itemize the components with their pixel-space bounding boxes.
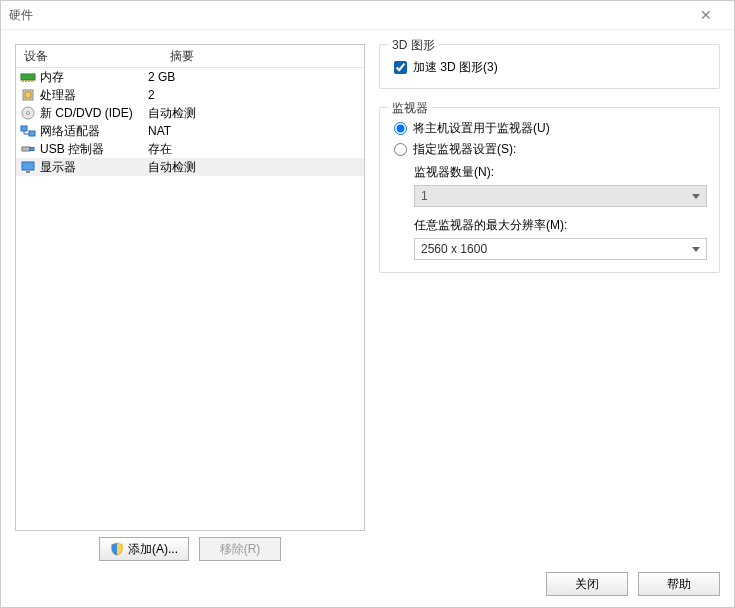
radio-use-host-label: 将主机设置用于监视器(U) <box>413 120 550 137</box>
device-summary: 存在 <box>146 140 364 159</box>
svg-rect-10 <box>29 131 35 136</box>
hardware-list-panel: 设备 摘要 内存2 GB处理器2新 CD/DVD (IDE)自动检测网络适配器N… <box>15 44 365 561</box>
svg-rect-0 <box>21 74 35 80</box>
cpu-icon <box>20 87 36 103</box>
max-resolution-value: 2560 x 1600 <box>421 242 487 256</box>
close-button-label: 关闭 <box>575 576 599 593</box>
device-name: 网络适配器 <box>40 123 100 140</box>
svg-rect-14 <box>26 171 30 173</box>
svg-point-8 <box>27 112 30 115</box>
max-resolution-select[interactable]: 2560 x 1600 <box>414 238 707 260</box>
disc-icon <box>20 105 36 121</box>
svg-rect-6 <box>25 92 31 98</box>
device-summary: 2 GB <box>146 69 364 85</box>
list-buttons: 添加(A)... 移除(R) <box>15 531 365 561</box>
monitor-count-select[interactable]: 1 <box>414 185 707 207</box>
hardware-list[interactable]: 设备 摘要 内存2 GB处理器2新 CD/DVD (IDE)自动检测网络适配器N… <box>15 44 365 531</box>
dialog-footer: 关闭 帮助 <box>1 561 734 607</box>
svg-rect-9 <box>21 126 27 131</box>
svg-rect-1 <box>22 80 24 82</box>
close-icon[interactable]: ✕ <box>686 7 726 23</box>
device-cell: 新 CD/DVD (IDE) <box>16 104 146 123</box>
device-summary: 自动检测 <box>146 104 364 123</box>
help-button[interactable]: 帮助 <box>638 572 720 596</box>
device-name: 新 CD/DVD (IDE) <box>40 105 133 122</box>
list-header: 设备 摘要 <box>16 45 364 68</box>
dialog-body: 设备 摘要 内存2 GB处理器2新 CD/DVD (IDE)自动检测网络适配器N… <box>1 30 734 561</box>
memory-icon <box>20 69 36 85</box>
table-row[interactable]: 新 CD/DVD (IDE)自动检测 <box>16 104 364 122</box>
device-cell: 内存 <box>16 68 146 87</box>
device-cell: 网络适配器 <box>16 122 146 141</box>
settings-panel: 3D 图形 加速 3D 图形(3) 监视器 将主机设置用于监视器(U) 指定监视… <box>379 44 720 561</box>
header-summary: 摘要 <box>162 45 364 67</box>
usb-icon <box>20 141 36 157</box>
table-row[interactable]: 处理器2 <box>16 86 364 104</box>
add-button[interactable]: 添加(A)... <box>99 537 189 561</box>
group-monitor-title: 监视器 <box>388 100 432 117</box>
device-summary: 自动检测 <box>146 158 364 177</box>
display-icon <box>20 159 36 175</box>
device-name: 处理器 <box>40 87 76 104</box>
list-rows: 内存2 GB处理器2新 CD/DVD (IDE)自动检测网络适配器NATUSB … <box>16 68 364 530</box>
monitor-count-label: 监视器数量(N): <box>414 164 707 181</box>
svg-rect-12 <box>30 148 34 151</box>
table-row[interactable]: 显示器自动检测 <box>16 158 364 176</box>
monitor-count-value: 1 <box>421 189 428 203</box>
device-summary: NAT <box>146 123 364 139</box>
radio-specify-row[interactable]: 指定监视器设置(S): <box>392 139 707 160</box>
svg-rect-4 <box>31 80 33 82</box>
device-name: 显示器 <box>40 159 76 176</box>
monitor-sub-settings: 监视器数量(N): 1 任意监视器的最大分辨率(M): 2560 x 1600 <box>392 164 707 260</box>
table-row[interactable]: 内存2 GB <box>16 68 364 86</box>
group-monitor: 监视器 将主机设置用于监视器(U) 指定监视器设置(S): 监视器数量(N): … <box>379 107 720 273</box>
device-cell: 处理器 <box>16 86 146 105</box>
svg-rect-13 <box>22 162 34 170</box>
radio-use-host-row[interactable]: 将主机设置用于监视器(U) <box>392 118 707 139</box>
device-cell: 显示器 <box>16 158 146 177</box>
shield-icon <box>110 542 124 556</box>
radio-specify[interactable] <box>394 143 407 156</box>
table-row[interactable]: USB 控制器存在 <box>16 140 364 158</box>
window-title: 硬件 <box>9 7 686 24</box>
group-3d-graphics: 3D 图形 加速 3D 图形(3) <box>379 44 720 89</box>
svg-rect-2 <box>25 80 27 82</box>
titlebar: 硬件 ✕ <box>1 1 734 30</box>
device-summary: 2 <box>146 87 364 103</box>
hardware-dialog: 硬件 ✕ 设备 摘要 内存2 GB处理器2新 CD/DVD (IDE)自动检测网… <box>0 0 735 608</box>
svg-rect-3 <box>28 80 30 82</box>
accel-3d-label: 加速 3D 图形(3) <box>413 59 498 76</box>
radio-use-host[interactable] <box>394 122 407 135</box>
svg-rect-11 <box>22 147 30 151</box>
table-row[interactable]: 网络适配器NAT <box>16 122 364 140</box>
remove-button: 移除(R) <box>199 537 281 561</box>
radio-specify-label: 指定监视器设置(S): <box>413 141 516 158</box>
max-resolution-label: 任意监视器的最大分辨率(M): <box>414 217 707 234</box>
help-button-label: 帮助 <box>667 576 691 593</box>
device-name: 内存 <box>40 69 64 86</box>
accel-3d-checkbox[interactable] <box>394 61 407 74</box>
device-cell: USB 控制器 <box>16 140 146 159</box>
group-3d-title: 3D 图形 <box>388 37 439 54</box>
close-button[interactable]: 关闭 <box>546 572 628 596</box>
accel-3d-row[interactable]: 加速 3D 图形(3) <box>392 55 707 76</box>
header-device: 设备 <box>16 45 162 67</box>
network-icon <box>20 123 36 139</box>
remove-button-label: 移除(R) <box>220 541 261 558</box>
add-button-label: 添加(A)... <box>128 541 178 558</box>
device-name: USB 控制器 <box>40 141 104 158</box>
